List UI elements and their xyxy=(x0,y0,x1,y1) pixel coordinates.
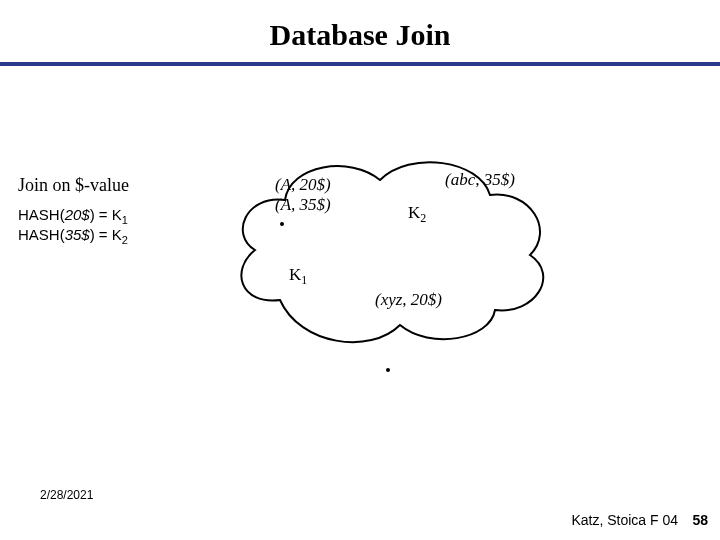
title-underline xyxy=(0,62,720,66)
hash1-prefix: HASH( xyxy=(18,206,65,223)
k2-subscript: 2 xyxy=(420,211,426,225)
footer-page-number: 58 xyxy=(692,512,708,528)
hash2-suffix: ) = K xyxy=(90,226,122,243)
footer-date: 2/28/2021 xyxy=(40,488,93,502)
hash1-arg: 20$ xyxy=(65,206,90,223)
node-k1-label: K1 xyxy=(289,265,307,288)
k2-base: K xyxy=(408,203,420,222)
hash2-arg: 35$ xyxy=(65,226,90,243)
node-dot-1 xyxy=(280,222,284,226)
hash1-subscript: 1 xyxy=(122,214,128,226)
tuple-a-35: (A, 35$) xyxy=(275,195,331,215)
tuple-a-20: (A, 20$) xyxy=(275,175,331,195)
k1-base: K xyxy=(289,265,301,284)
hash-equation-1: HASH(20$) = K1 xyxy=(18,206,208,226)
slide-title: Database Join xyxy=(0,18,720,52)
node-k2-label: K2 xyxy=(408,203,426,226)
hash2-subscript: 2 xyxy=(122,234,128,246)
node-dot-2 xyxy=(386,368,390,372)
tuple-xyz-20: (xyz, 20$) xyxy=(375,290,442,310)
hash1-suffix: ) = K xyxy=(90,206,122,223)
tuple-abc-35: (abc, 35$) xyxy=(445,170,515,190)
hash-equation-2: HASH(35$) = K2 xyxy=(18,226,208,246)
footer-credit: Katz, Stoica F 04 xyxy=(571,512,678,528)
join-condition-heading: Join on $-value xyxy=(18,175,208,196)
k1-subscript: 1 xyxy=(301,273,307,287)
left-text-block: Join on $-value HASH(20$) = K1 HASH(35$)… xyxy=(18,175,208,246)
hash2-prefix: HASH( xyxy=(18,226,65,243)
